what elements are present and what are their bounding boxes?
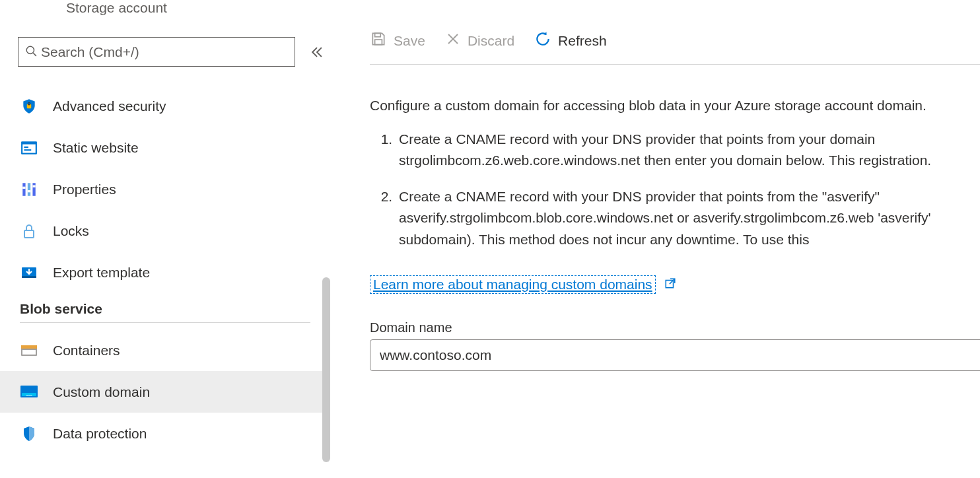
svg-rect-24: [375, 40, 382, 45]
sidebar-scrollbar[interactable]: [322, 277, 330, 462]
export-template-icon: [20, 263, 38, 282]
instruction-step-2: Create a CNAME record with your DNS prov…: [396, 186, 980, 251]
svg-rect-9: [28, 183, 30, 196]
containers-icon: [20, 341, 38, 360]
discard-button[interactable]: Discard: [445, 31, 514, 50]
sidebar-item-label: Static website: [53, 140, 139, 156]
save-icon: [370, 30, 387, 51]
search-icon: [25, 44, 37, 60]
refresh-icon: [534, 30, 551, 51]
svg-line-1: [33, 53, 36, 56]
sidebar-item-label: Custom domain: [53, 384, 150, 400]
sidebar-item-label: Advanced security: [53, 98, 166, 114]
svg-rect-8: [22, 183, 25, 196]
sidebar-item-export-template[interactable]: Export template: [0, 252, 330, 293]
intro-text: Configure a custom domain for accessing …: [370, 95, 980, 117]
svg-rect-12: [28, 190, 30, 192]
svg-point-0: [26, 46, 34, 53]
divider: [20, 322, 310, 323]
shield-lock-icon: [20, 97, 38, 116]
collapse-sidebar-button[interactable]: [308, 44, 326, 61]
svg-rect-5: [22, 144, 36, 153]
svg-rect-7: [24, 149, 31, 151]
svg-rect-19: [22, 350, 36, 355]
svg-text:www: www: [26, 393, 32, 396]
search-placeholder: Search (Cmd+/): [41, 44, 139, 60]
refresh-label: Refresh: [558, 33, 607, 49]
resource-type-label: Storage account: [66, 0, 330, 16]
svg-rect-10: [32, 183, 35, 196]
lock-icon: [20, 222, 38, 240]
domain-name-label: Domain name: [370, 320, 980, 335]
svg-rect-16: [22, 276, 36, 278]
custom-domain-icon: www: [20, 383, 38, 401]
svg-rect-11: [22, 186, 25, 188]
discard-label: Discard: [468, 33, 514, 49]
sidebar-item-custom-domain[interactable]: www Custom domain: [0, 371, 330, 413]
save-button[interactable]: Save: [370, 30, 425, 51]
svg-rect-23: [375, 33, 381, 36]
sidebar-item-label: Locks: [53, 223, 89, 239]
svg-rect-6: [24, 146, 28, 147]
refresh-button[interactable]: Refresh: [534, 30, 607, 51]
svg-rect-14: [24, 230, 34, 238]
search-input[interactable]: Search (Cmd+/): [18, 37, 295, 67]
save-label: Save: [394, 33, 425, 49]
data-protection-icon: [20, 425, 38, 443]
svg-rect-13: [32, 185, 35, 187]
static-website-icon: [20, 139, 38, 157]
domain-name-input[interactable]: [370, 339, 980, 371]
instructions-list: Create a CNAME record with your DNS prov…: [396, 129, 980, 251]
svg-rect-18: [21, 345, 37, 349]
instruction-step-1: Create a CNAME record with your DNS prov…: [396, 129, 980, 172]
sidebar-item-locks[interactable]: Locks: [0, 210, 330, 252]
sidebar-item-label: Export template: [53, 265, 150, 281]
external-link-icon: [664, 277, 676, 292]
toolbar: Save Discard Refresh: [370, 0, 980, 65]
sidebar-item-data-protection[interactable]: Data protection: [0, 413, 330, 454]
svg-line-28: [670, 279, 675, 285]
sidebar-item-static-website[interactable]: Static website: [0, 127, 330, 168]
sidebar-item-label: Properties: [53, 182, 116, 197]
sidebar-item-containers[interactable]: Containers: [0, 329, 330, 371]
sidebar-item-label: Data protection: [53, 426, 147, 442]
sidebar-item-properties[interactable]: Properties: [0, 168, 330, 210]
sidebar-item-label: Containers: [53, 343, 120, 358]
sidebar-section-blob-service: Blob service: [20, 301, 330, 317]
sidebar-item-advanced-security[interactable]: Advanced security: [0, 85, 330, 127]
learn-more-link[interactable]: Learn more about managing custom domains: [370, 275, 656, 294]
properties-icon: [20, 180, 38, 199]
discard-icon: [445, 31, 461, 50]
